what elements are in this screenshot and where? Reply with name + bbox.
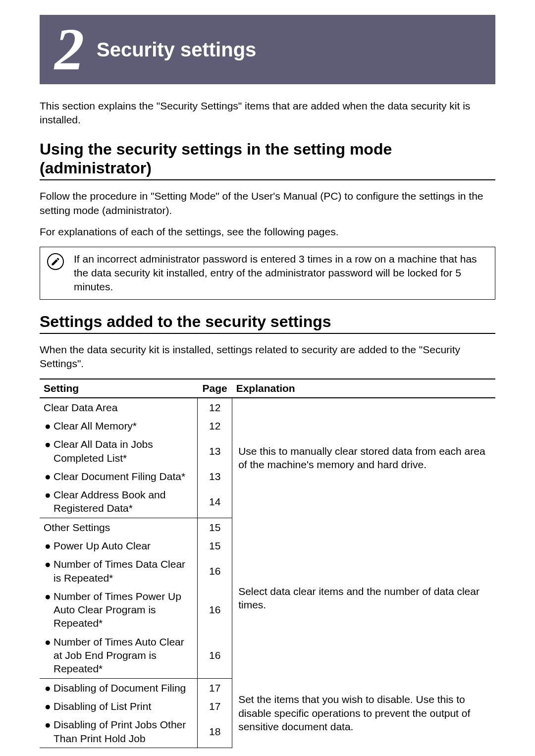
table-row: ●Disabling of Document Filing 17 Set the… (40, 678, 495, 697)
section2-title: Settings added to the security settings (40, 312, 495, 334)
page-ref: 13 (198, 435, 232, 467)
page-ref: 13 (198, 467, 232, 486)
setting-label: Clear Document Filing Data* (54, 471, 185, 482)
bullet-icon: ● (45, 437, 54, 451)
note-box: If an incorrect administrator password i… (40, 247, 495, 300)
setting-label: Clear All Data in Jobs Completed List* (54, 438, 153, 463)
intro-text: This section explains the "Security Sett… (40, 99, 495, 127)
setting-label: Disabling of Print Jobs Other Than Print… (54, 719, 186, 744)
pencil-icon (47, 253, 64, 270)
setting-label: Number of Times Power Up Auto Clear Prog… (54, 591, 181, 629)
bullet-icon: ● (45, 557, 54, 571)
bullet-icon: ● (45, 718, 54, 731)
setting-label: Clear All Memory* (54, 420, 137, 432)
table-row: Other Settings 15 Select data clear item… (40, 518, 495, 537)
group3-explanation: Set the items that you wish to disable. … (232, 678, 495, 748)
page-ref: 17 (198, 678, 232, 697)
page-ref: 16 (198, 633, 232, 678)
section1-p1: Follow the procedure in "Setting Mode" o… (40, 189, 495, 217)
page-ref: 12 (198, 417, 232, 435)
bullet-icon: ● (45, 539, 54, 552)
setting-label: Number of Times Auto Clear at Job End Pr… (54, 636, 184, 675)
section1-p2: For explanations of each of the settings… (40, 225, 495, 239)
page-ref: 14 (198, 486, 232, 518)
section1-title: Using the security settings in the setti… (40, 140, 495, 181)
bullet-icon: ● (45, 635, 54, 648)
page-ref: 15 (198, 537, 232, 555)
th-page: Page (198, 379, 232, 398)
group1-header-page: 12 (198, 398, 232, 417)
settings-table: Setting Page Explanation Clear Data Area… (40, 378, 495, 748)
page-ref: 18 (198, 715, 232, 748)
group1-explanation: Use this to manually clear stored data f… (232, 398, 495, 518)
group1-header-setting: Clear Data Area (40, 398, 198, 417)
chapter-number: 2 (54, 20, 84, 79)
setting-label: Number of Times Data Clear is Repeated* (54, 558, 185, 583)
section2-p1: When the data security kit is installed,… (40, 343, 495, 371)
setting-label: Power Up Auto Clear (54, 540, 151, 551)
note-text: If an incorrect administrator password i… (74, 252, 488, 294)
bullet-icon: ● (45, 419, 54, 432)
group2-header-setting: Other Settings (40, 518, 198, 537)
bullet-icon: ● (45, 681, 54, 695)
page-ref: 17 (198, 697, 232, 715)
bullet-icon: ● (45, 470, 54, 483)
setting-label: Disabling of Document Filing (54, 682, 186, 694)
th-setting: Setting (40, 379, 198, 398)
page-ref: 16 (198, 587, 232, 633)
table-row: Clear Data Area 12 Use this to manually … (40, 398, 495, 417)
group2-explanation: Select data clear items and the number o… (232, 518, 495, 678)
chapter-title: Security settings (97, 39, 256, 61)
group2-header-page: 15 (198, 518, 232, 537)
setting-label: Disabling of List Print (54, 701, 151, 712)
bullet-icon: ● (45, 590, 54, 603)
page-ref: 16 (198, 555, 232, 587)
th-explanation: Explanation (232, 379, 495, 398)
bullet-icon: ● (45, 488, 54, 501)
chapter-banner: 2 Security settings (40, 15, 495, 84)
bullet-icon: ● (45, 700, 54, 713)
setting-label: Clear Address Book and Registered Data* (54, 489, 165, 514)
table-header-row: Setting Page Explanation (40, 379, 495, 398)
